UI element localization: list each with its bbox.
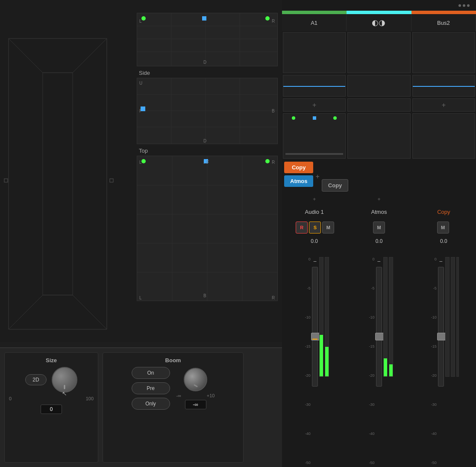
fader-minus-2[interactable]: − (376, 257, 381, 266)
boom-knob[interactable] (184, 368, 207, 391)
fader-handle-3[interactable] (437, 333, 446, 340)
grid-sections-container: L R D Side (137, 13, 282, 342)
meter-fill-2b (389, 364, 393, 376)
fader-track-3 (438, 267, 444, 387)
send-col-3: Copy (322, 162, 349, 192)
send-col-1: Copy Atmos (284, 162, 313, 192)
fader-controls-3: − (438, 257, 444, 465)
meter-fill-1b (325, 347, 329, 377)
eq-line-3 (413, 86, 475, 87)
plus-audio1[interactable]: + (282, 194, 347, 204)
svg-rect-13 (4, 179, 8, 182)
svg-rect-8 (43, 73, 73, 295)
fader-meter-3b (451, 257, 455, 377)
boom-knob-indicator (193, 384, 197, 387)
svg-text:R: R (272, 296, 275, 300)
boom-on-button[interactable]: On (132, 367, 170, 379)
bottom-controls: Size 2D ↖ 0 100 0 Boom On Pre (0, 347, 282, 467)
2d-button[interactable]: 2D (25, 374, 46, 385)
svg-text:L: L (139, 19, 142, 24)
svg-text:B: B (203, 293, 206, 298)
dc-symbol: ◐◑ (372, 18, 385, 27)
send-row: Copy Atmos + Copy (282, 160, 476, 194)
plus-cell-1[interactable]: + (315, 162, 319, 192)
fader-track-area-1: 0 -5 -10 -15 -20 -30 -40 -50 − (284, 248, 346, 465)
fader-meter-1b (325, 257, 329, 377)
size-section: Size 2D ↖ 0 100 0 (4, 352, 98, 463)
fader-track-2 (376, 267, 382, 387)
side-grid-svg: U F B D (137, 78, 278, 144)
fader-handle-2[interactable] (375, 333, 384, 340)
svg-line-4 (9, 38, 43, 73)
svg-line-5 (73, 38, 107, 73)
side-label: Side (137, 70, 282, 76)
svg-text:B: B (272, 109, 275, 113)
boom-section: Boom On Pre Only -∞ +10 -∞ (103, 352, 244, 463)
insert-cell-1[interactable]: + (283, 98, 346, 112)
size-min: 0 (9, 396, 12, 401)
channel-name-bus2: Bus2 (411, 14, 476, 31)
plus-copy (411, 194, 476, 204)
topview-label: Top (137, 148, 282, 154)
fader-area: 0 -5 -10 -15 -20 -30 -40 -50 − (282, 246, 476, 467)
atmos-send-button[interactable]: Atmos (284, 175, 313, 187)
rsm-m-copy[interactable]: M (437, 222, 449, 234)
svg-point-54 (265, 159, 270, 163)
top-grid-box: L R D (137, 13, 278, 66)
svg-text:U: U (139, 81, 142, 86)
track-label-audio1: Audio 1 (282, 204, 347, 219)
topview-grid-section: Top L R B F (137, 148, 282, 301)
fader-scale-2: 0 -5 -10 -15 -20 -30 -40 -50 (365, 257, 375, 465)
rsm-m-atmos[interactable]: M (373, 222, 385, 234)
copy-send-button-right[interactable]: Copy (322, 179, 349, 192)
rsm-row: R S M M M (282, 219, 476, 236)
plus-cell-2 (322, 162, 349, 177)
svg-text:D: D (203, 60, 206, 65)
fader-scale-3: 0 -5 -10 -15 -20 -30 -40 -50 (427, 257, 437, 465)
boom-pre-button[interactable]: Pre (132, 382, 170, 394)
boom-knob-area: -∞ +10 -∞ (176, 368, 215, 409)
rsm-audio1: R S M (284, 222, 347, 234)
track-labels: Audio 1 Atmos Copy (282, 204, 476, 219)
size-knob[interactable]: ↖ (52, 367, 77, 393)
svg-rect-25 (202, 16, 206, 21)
side-grid-section: Side U F B D (137, 70, 282, 144)
boom-only-button[interactable]: Only (132, 398, 170, 410)
topview-grid-box: L R B F L R F (137, 156, 278, 301)
waveform-cell-1 (283, 32, 346, 73)
boom-value: -∞ (185, 400, 206, 409)
a1-label: A1 (311, 20, 317, 26)
rsm-r-button[interactable]: R (296, 222, 308, 234)
fader-meter-3 (445, 257, 450, 377)
svg-line-10 (73, 295, 107, 329)
room-3d-view: L R D Side (0, 0, 282, 342)
panner-row (282, 112, 476, 160)
svg-line-9 (9, 295, 43, 329)
color-bar-atmos (347, 11, 411, 14)
plus-atmos[interactable]: + (347, 194, 411, 204)
size-knob-indicator (64, 385, 65, 389)
svg-rect-14 (110, 179, 113, 182)
cursor-indicator: ↖ (62, 390, 67, 397)
top-grid-svg: L R D (137, 13, 278, 66)
rsm-m-button[interactable]: M (322, 222, 334, 234)
panner-bar-1 (285, 153, 343, 155)
fader-minus-3[interactable]: − (438, 257, 444, 266)
bus2-label: Bus2 (437, 20, 450, 26)
rsm-s-button[interactable]: S (309, 222, 321, 234)
fader-controls-1: − (312, 257, 318, 465)
insert-cell-3[interactable]: + (412, 98, 475, 112)
fader-controls-2: − (376, 257, 382, 465)
track-label-atmos: Atmos (347, 204, 411, 219)
boom-max: +10 (207, 393, 215, 398)
fader-minus-1[interactable]: − (312, 257, 317, 266)
insert-row: + + (282, 98, 476, 112)
svg-point-24 (141, 16, 146, 21)
copy-send-button[interactable]: Copy (284, 162, 313, 173)
eq-cell-2 (347, 75, 410, 97)
dot-1 (458, 4, 461, 7)
right-panel: A1 ◐◑ Bus2 + + (282, 0, 476, 467)
top-dots-menu (282, 0, 476, 11)
fader-track-area-3: 0 -5 -10 -15 -20 -30 -40 -50 − (412, 248, 474, 465)
svg-text:R: R (272, 160, 275, 165)
